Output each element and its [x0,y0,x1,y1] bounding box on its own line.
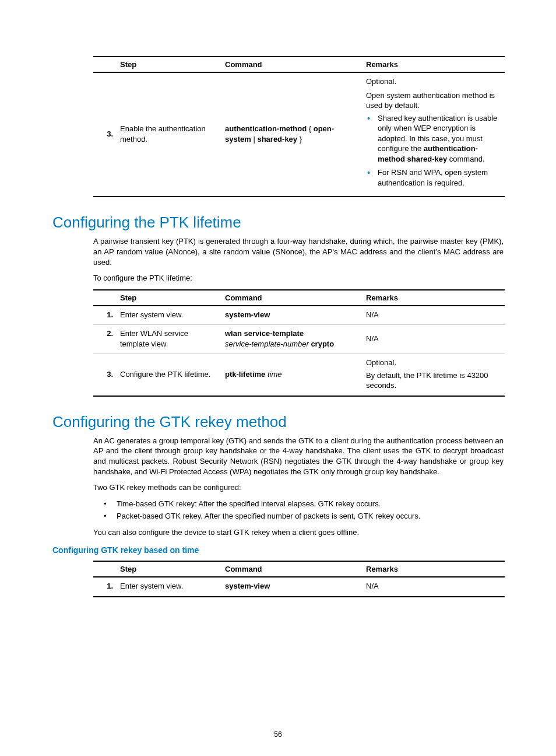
th-remarks: Remarks [363,290,505,306]
table-row: 1. Enter system view. system-view N/A [93,306,505,325]
step-text: Configure the PTK lifetime. [117,354,221,396]
step-number: 2. [93,325,117,354]
paragraph: To configure the PTK lifetime: [93,273,504,284]
step-text: Enter system view. [117,577,221,597]
list-item: Time-based GTK rekey: After the specifie… [104,499,504,509]
step-number: 1. [93,306,117,325]
page-number: 56 [0,730,556,738]
auth-method-table: Step Command Remarks 3. Enable the authe… [93,56,505,197]
page: Step Command Remarks 3. Enable the authe… [0,0,556,756]
step-number: 1. [93,577,117,597]
command-text: ptk-lifetime time [221,354,363,396]
command-text: system-view [221,306,363,325]
command-text: wlan service-template service-template-n… [221,325,363,354]
paragraph: An AC generates a group temporal key (GT… [93,436,504,477]
bullet-list: Time-based GTK rekey: After the specifie… [104,499,504,522]
paragraph: You can also configure the device to sta… [93,527,504,538]
remarks-cell: N/A [363,577,505,597]
paragraph: Two GTK rekey methods can be configured: [93,482,504,493]
command-text: authentication-method { open-system | sh… [221,72,363,197]
step-number: 3. [93,72,117,197]
table-row: 1. Enter system view. system-view N/A [93,577,505,597]
remarks-bullet: Shared key authentication is usable only… [366,113,501,164]
remarks-cell: Optional. Open system authentication met… [363,72,505,197]
gtk-time-table: Step Command Remarks 1. Enter system vie… [93,561,505,597]
th-command: Command [221,561,363,577]
remarks-cell: N/A [363,325,505,354]
remarks-bullet: For RSN and WPA, open system authenticat… [366,167,501,188]
step-number: 3. [93,354,117,396]
list-item: Packet-based GTK rekey. After the specif… [104,511,504,522]
command-text: system-view [221,577,363,597]
th-step: Step [117,561,221,577]
remarks-cell: N/A [363,306,505,325]
th-step: Step [117,57,221,72]
th-step: Step [117,290,221,306]
step-text: Enable the authentication method. [117,72,221,197]
step-text: Enter system view. [117,306,221,325]
heading-ptk-lifetime: Configuring the PTK lifetime [52,214,504,232]
th-command: Command [221,290,363,306]
table-row: 3. Enable the authentication method. aut… [93,72,505,197]
th-remarks: Remarks [363,561,505,577]
paragraph: A pairwise transient key (PTK) is genera… [93,236,504,267]
remarks-cell: Optional. By default, the PTK lifetime i… [363,354,505,396]
th-command: Command [221,57,363,72]
heading-gtk-rekey: Configuring the GTK rekey method [52,413,504,431]
table-row: 3. Configure the PTK lifetime. ptk-lifet… [93,354,505,396]
step-text: Enter WLAN service template view. [117,325,221,354]
subheading-gtk-time: Configuring GTK rekey based on time [52,545,504,555]
ptk-lifetime-table: Step Command Remarks 1. Enter system vie… [93,289,505,397]
th-remarks: Remarks [363,57,505,72]
table-row: 2. Enter WLAN service template view. wla… [93,325,505,354]
